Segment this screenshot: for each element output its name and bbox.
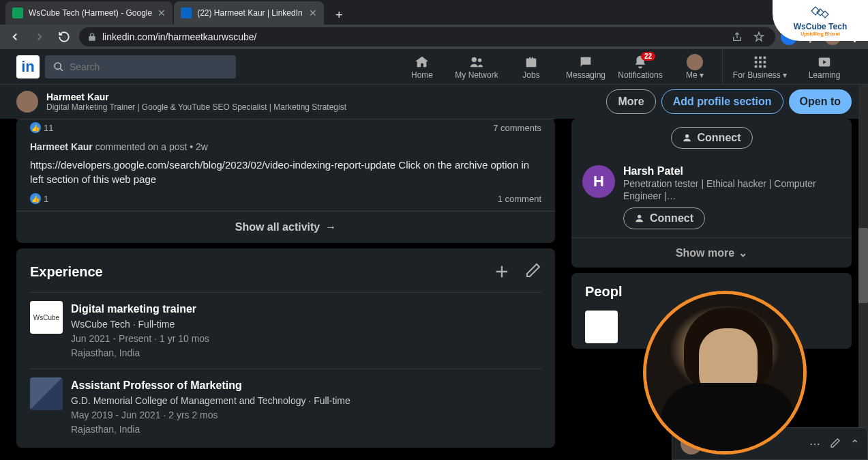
linkedin-header: in Home My Network Jobs Messaging 22 Not… [0,49,868,85]
nav-network[interactable]: My Network [449,49,504,84]
presenter-video-bubble [643,291,807,455]
edit-experience-button[interactable] [525,262,541,281]
new-tab-button[interactable]: + [329,5,348,25]
search-box[interactable] [45,55,236,78]
learning-icon [817,54,832,70]
company-logo [30,377,63,410]
forward-button[interactable] [30,27,49,46]
svg-rect-8 [763,61,766,63]
linkedin-logo[interactable]: in [16,55,40,78]
experience-item[interactable]: Assistant Professor of Marketing G.D. Me… [30,369,541,445]
svg-point-13 [685,134,689,138]
tab-sheets[interactable]: WsCube Tech (Harmeet) - Google ✕ [5,1,173,25]
reaction-count: 11 [44,123,53,133]
job-location: Rajasthan, India [71,422,350,437]
experience-header: Experience [30,262,541,281]
company-logo: WsCube [30,301,63,334]
svg-point-1 [472,57,477,61]
jobs-icon [524,54,539,70]
network-icon [469,54,484,70]
nav-jobs[interactable]: Jobs [504,49,558,84]
experience-item[interactable]: WsCube Digital marketing trainer WsCube … [30,292,541,369]
nav-me[interactable]: Me ▾ [668,49,722,84]
person-title: Penetration tester | Ethical hacker | Co… [623,177,841,202]
add-section-button[interactable]: Add profile section [661,89,783,114]
linkedin-favicon [181,8,192,18]
url-text: linkedin.com/in/harmeetkaurwscube/ [102,31,723,42]
compose-icon[interactable] [830,437,841,450]
open-to-button[interactable]: Open to [789,89,852,114]
address-bar[interactable]: linkedin.com/in/harmeetkaurwscube/ [79,27,775,46]
svg-point-0 [55,63,61,69]
search-icon [53,61,64,72]
add-experience-button[interactable] [492,262,511,281]
like-icon[interactable]: 👍 [30,122,41,133]
sheets-favicon [12,8,23,18]
activity-body[interactable]: https://developers.google.com/search/blo… [30,155,541,193]
connect-button[interactable]: Connect [623,207,705,229]
bookmark-icon[interactable] [751,29,767,45]
reload-button[interactable] [55,27,74,46]
profile-name: Harmeet Kaur [46,91,346,102]
job-dates: May 2019 - Jun 2021 · 2 yrs 2 mos [71,408,350,422]
people-you-may-know-card: Connect H Harsh Patel Penetration tester… [571,119,852,268]
nav-business[interactable]: For Business ▾ [722,49,797,84]
nav-learning[interactable]: Learning [797,49,852,84]
page-scrollbar[interactable] [858,85,868,460]
profile-avatar-small[interactable] [16,91,38,113]
svg-point-14 [638,215,641,218]
svg-point-2 [478,58,482,62]
svg-rect-10 [759,65,762,68]
person-card[interactable]: H Harsh Patel Penetration tester | Ethic… [571,157,852,238]
job-location: Rajasthan, India [71,346,209,360]
grid-icon [753,54,768,70]
company-line: WsCube Tech · Full-time [71,317,209,332]
company-logo [585,311,618,343]
curr-activity-footer: 👍 1 1 comment [30,193,541,204]
svg-rect-6 [754,61,757,63]
back-button[interactable] [5,27,25,46]
job-role: Digital marketing trainer [71,301,209,317]
browser-tabs: WsCube Tech (Harmeet) - Google ✕ (22) Ha… [0,0,868,25]
like-icon[interactable]: 👍 [30,193,41,204]
browser-toolbar: linkedin.com/in/harmeetkaurwscube/ [0,25,868,49]
show-more-link[interactable]: Show more ⌄ [571,238,852,268]
home-icon [415,54,430,70]
svg-rect-11 [763,65,766,68]
search-input[interactable] [70,61,228,72]
share-icon[interactable] [729,29,745,45]
more-button[interactable]: More [606,89,655,114]
tab-title: (22) Harmeet Kaur | LinkedIn [197,8,303,18]
tab-title: WsCube Tech (Harmeet) - Google [29,8,152,18]
profile-info: Harmeet Kaur Digital Marketing Trainer |… [46,91,346,112]
svg-rect-9 [754,65,757,68]
nav-messaging[interactable]: Messaging [558,49,613,84]
reaction-count: 1 [44,194,48,204]
sticky-profile-bar: Harmeet Kaur Digital Marketing Trainer |… [0,85,868,119]
profile-headline: Digital Marketing Trainer | Google & You… [46,102,346,112]
activity-card: 👍 11 7 comments Harmeet Kaur commented o… [16,119,555,243]
arrow-right-icon: → [325,221,336,233]
comments-count[interactable]: 7 comments [493,123,541,133]
svg-rect-4 [759,56,762,59]
nav-notifications[interactable]: 22 Notifications [613,49,668,84]
show-all-activity-link[interactable]: Show all activity → [16,211,555,243]
experience-card: Experience WsCube Digital marketing trai… [16,248,555,448]
lock-icon [87,32,97,42]
nav-home[interactable]: Home [395,49,449,84]
close-icon[interactable]: ✕ [158,8,166,18]
close-icon[interactable]: ✕ [309,8,317,18]
svg-rect-7 [759,61,762,63]
job-role: Assistant Professor of Marketing [71,377,350,394]
primary-nav: Home My Network Jobs Messaging 22 Notifi… [395,49,852,84]
scrollbar-thumb[interactable] [858,228,868,303]
comments-count[interactable]: 1 comment [498,194,541,204]
company-line: G.D. Memorial College of Management and … [71,394,350,408]
tab-linkedin[interactable]: (22) Harmeet Kaur | LinkedIn ✕ [174,1,324,25]
main-column: 👍 11 7 comments Harmeet Kaur commented o… [16,119,555,460]
me-avatar [687,54,703,70]
chevron-up-icon[interactable]: ⌃ [850,437,859,450]
connect-button[interactable]: Connect [671,127,753,149]
activity-meta: Harmeet Kaur commented on a post • 2w [30,133,541,155]
more-icon[interactable]: ⋯ [809,437,820,450]
